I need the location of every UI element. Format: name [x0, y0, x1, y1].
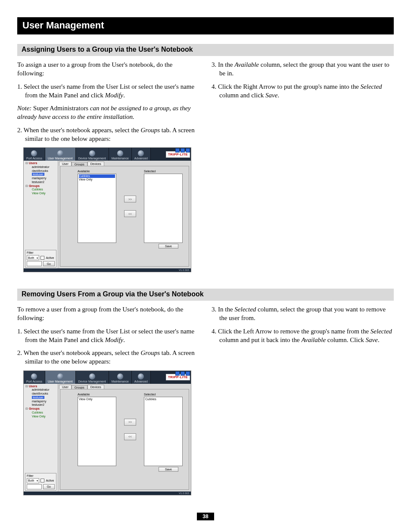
available-label: Available	[78, 170, 116, 173]
filter-select[interactable]: Both▾	[27, 478, 39, 483]
tree-user-testuser2[interactable]: testuser2	[25, 403, 56, 407]
s1-step4-c: column and click	[219, 92, 265, 99]
chapter-title: User Management	[17, 17, 394, 34]
tree-user-david[interactable]: davidbrooks	[25, 392, 56, 396]
move-left-button[interactable]: <<	[124, 210, 136, 217]
s1-step4-d: Save	[265, 92, 277, 99]
tree-users[interactable]: ⊟ Users	[25, 162, 56, 165]
s2-step3: 3. In the Selected column, select the gr…	[212, 305, 394, 323]
move-right-button[interactable]: >>	[124, 419, 136, 426]
tree-group-cubbies[interactable]: Cubbies	[25, 188, 56, 192]
tree-users[interactable]: ⊟ Users	[25, 385, 56, 389]
filter-text-input[interactable]	[27, 484, 42, 489]
filter-active-checkbox[interactable]	[40, 256, 44, 260]
filter-active-label: Active	[46, 256, 54, 259]
s2-step2: 2. When the user's notebook appears, sel…	[17, 348, 199, 366]
screenshot-assign: Port Access User Management Device Manag…	[23, 147, 191, 272]
tab-port-access-label: Port Access	[26, 380, 42, 383]
tab-port-access[interactable]: Port Access	[24, 148, 45, 161]
move-right-button[interactable]: >>	[124, 196, 136, 202]
available-item-cubbies[interactable]: Cubbies	[79, 174, 115, 178]
subtab-row: User Groups Devices	[58, 384, 191, 389]
tab-device-management[interactable]: Device Management	[76, 371, 109, 384]
tab-maintenance-label: Maintenance	[112, 157, 129, 160]
tree-user-david[interactable]: davidbrooks	[25, 169, 56, 173]
subtab-user[interactable]: User	[59, 162, 72, 166]
filter-text-input[interactable]	[27, 261, 42, 266]
subtab-devices[interactable]: Devices	[87, 162, 104, 166]
s1-step3-a: 3. In the	[212, 61, 234, 68]
tree-user-testuser2[interactable]: testuser2	[25, 180, 56, 184]
available-item-viewonly[interactable]: View Only	[79, 178, 115, 181]
filter-panel: Filter Both▾ Active Go	[25, 250, 56, 268]
tree-user-admin[interactable]: administrator	[25, 165, 56, 169]
tab-maintenance[interactable]: Maintenance	[109, 371, 132, 384]
tree-user-admin[interactable]: administrator	[25, 388, 56, 392]
tab-maintenance-label: Maintenance	[112, 380, 129, 383]
user-tree[interactable]: ⊟ Users administrator davidbrooks testus…	[25, 385, 56, 473]
filter-go-button[interactable]: Go	[43, 261, 55, 266]
tab-advanced[interactable]: Advanced	[132, 148, 151, 161]
person-icon	[57, 150, 63, 156]
subtab-devices[interactable]: Devices	[87, 385, 104, 389]
available-column: Available Cubbies View Only	[78, 170, 116, 243]
selected-item-cubbies[interactable]: Cubbies	[145, 398, 181, 401]
shot2-main: User Groups Devices Available View Only	[58, 384, 191, 492]
available-listbox[interactable]: View Only	[78, 397, 116, 466]
selected-label: Selected	[144, 170, 183, 173]
s2-step3-b: Selected	[234, 306, 256, 313]
user-tree[interactable]: ⊟ Users administrator davidbrooks testus…	[25, 162, 56, 250]
filter-select[interactable]: Both▾	[27, 255, 39, 260]
available-item-viewonly[interactable]: View Only	[79, 398, 115, 401]
dual-list: Available Cubbies View Only >> <<	[78, 170, 183, 243]
save-button[interactable]: Save	[159, 467, 178, 472]
s2-intro: To remove a user from a group from the U…	[17, 305, 199, 323]
tab-user-management[interactable]: User Management	[45, 371, 76, 384]
person-icon	[138, 150, 144, 156]
selected-listbox[interactable]: Cubbies	[144, 397, 183, 466]
window-controls	[175, 148, 190, 152]
tree-groups[interactable]: ⊟ Groups	[25, 184, 56, 188]
s1-step2-a: 2. When the user's notebook appears, sel…	[17, 127, 141, 134]
tree-groups[interactable]: ⊟ Groups	[25, 407, 56, 411]
tree-user-marla[interactable]: marlaperry	[25, 400, 56, 404]
tree-group-viewonly[interactable]: View Only	[25, 192, 56, 196]
save-button[interactable]: Save	[159, 244, 178, 249]
section2-columns: To remove a user from a group from the U…	[17, 305, 394, 500]
selected-listbox[interactable]	[144, 174, 183, 243]
tab-port-access[interactable]: Port Access	[24, 371, 45, 384]
tree-user-marla[interactable]: marlaperry	[25, 177, 56, 180]
groups-panel: Available View Only >> <<	[60, 389, 189, 490]
s2-step2-a: 2. When the user's notebook appears, sel…	[17, 349, 141, 356]
move-left-button[interactable]: <<	[124, 433, 136, 440]
subtab-user[interactable]: User	[59, 385, 72, 389]
available-listbox[interactable]: Cubbies View Only	[78, 174, 116, 243]
selected-column: Selected	[144, 170, 183, 243]
tree-group-cubbies[interactable]: Cubbies	[25, 411, 56, 415]
s2-step3-a: 3. In the	[212, 306, 234, 313]
tab-advanced-label: Advanced	[134, 380, 148, 383]
tab-maintenance[interactable]: Maintenance	[109, 148, 132, 161]
tree-user-testuser[interactable]: testuser	[25, 173, 56, 177]
dual-list: Available View Only >> <<	[78, 393, 183, 466]
section-heading-remove: Removing Users From a Group via the User…	[17, 289, 394, 301]
s1-step2: 2. When the user's notebook appears, sel…	[17, 126, 199, 143]
s1-step2-b: Groups	[141, 127, 160, 134]
tree-user-testuser[interactable]: testuser	[25, 396, 56, 400]
tree-group-viewonly[interactable]: View Only	[25, 415, 56, 419]
tab-user-management[interactable]: User Management	[45, 148, 76, 161]
s1-step4-e: .	[277, 92, 279, 99]
s2-step4-a: 4. Click the Left Arrow to remove the gr…	[212, 328, 371, 335]
s1-note: Note: Super Administrators can not be as…	[17, 104, 199, 121]
available-column: Available View Only	[78, 393, 116, 466]
tab-advanced[interactable]: Advanced	[132, 371, 151, 384]
save-bar: Save	[78, 466, 183, 472]
tab-user-management-label: User Management	[48, 380, 73, 383]
filter-go-button[interactable]: Go	[43, 484, 55, 489]
shot2-sidebar: ⊟ Users administrator davidbrooks testus…	[24, 384, 58, 492]
s1-note-b: Super Administrators	[31, 105, 90, 112]
filter-active-checkbox[interactable]	[40, 479, 44, 482]
section1-right-col: 3. In the Available column, select the g…	[212, 60, 394, 277]
selected-label: Selected	[144, 393, 183, 396]
tab-device-management[interactable]: Device Management	[76, 148, 109, 161]
